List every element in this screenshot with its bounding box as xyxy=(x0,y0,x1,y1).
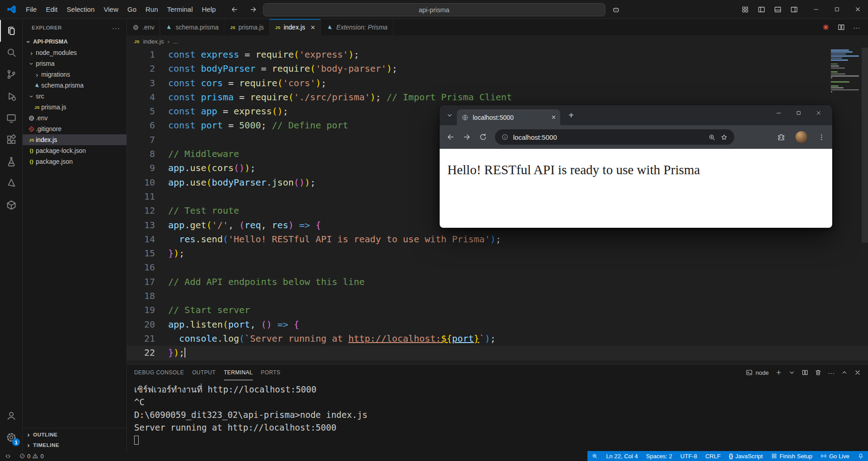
tree-item-package-lock-json[interactable]: {}package-lock.json xyxy=(23,145,126,156)
tab-env[interactable]: .env xyxy=(127,19,160,35)
remote-indicator[interactable] xyxy=(0,451,15,461)
problems-indicator[interactable]: 0 0 xyxy=(15,451,47,461)
extensions-puzzle-icon[interactable] xyxy=(777,133,786,142)
back-button[interactable] xyxy=(228,3,241,16)
minimap[interactable] xyxy=(831,49,860,93)
panel-more-icon[interactable]: ··· xyxy=(825,367,837,378)
close-icon[interactable]: × xyxy=(310,24,315,31)
status-spaces-2[interactable]: Spaces: 2 xyxy=(642,451,676,461)
status-javascript[interactable]: {}JavaScript xyxy=(725,451,767,461)
tree-item-prisma-js[interactable]: JSprisma.js xyxy=(23,102,126,113)
panel-tab-terminal[interactable]: TERMINAL xyxy=(224,365,253,380)
new-tab-icon[interactable]: + xyxy=(565,109,577,122)
source-control-button[interactable] xyxy=(0,64,22,85)
toggle-sidebar-icon[interactable] xyxy=(755,3,768,16)
menu-selection[interactable]: Selection xyxy=(62,3,99,16)
tab-schema-prisma[interactable]: schema.prisma xyxy=(160,19,224,35)
browser-minimize-button[interactable] xyxy=(769,105,789,121)
status-utf-8[interactable]: UTF-8 xyxy=(676,451,701,461)
status-zoom[interactable] xyxy=(587,451,602,461)
tree-item-package-json[interactable]: {}package.json xyxy=(23,156,126,167)
maximize-panel-icon[interactable] xyxy=(839,367,850,378)
scrollbar-thumb[interactable] xyxy=(862,48,868,243)
address-bar[interactable]: localhost:5000 xyxy=(495,129,734,145)
menu-run[interactable]: Run xyxy=(141,3,163,16)
editor-more-actions-icon[interactable]: ··· xyxy=(850,20,863,34)
explorer-button[interactable] xyxy=(0,20,22,42)
status-crlf[interactable]: CRLF xyxy=(701,451,725,461)
terminal-output[interactable]: เซิร์ฟเวอร์ทำงานที่ http://localhost:500… xyxy=(127,380,868,451)
breadcrumb[interactable]: JS index.js › ... xyxy=(127,35,868,48)
toggle-panel-icon[interactable] xyxy=(771,3,785,16)
menu-view[interactable]: View xyxy=(99,3,123,16)
close-panel-icon[interactable] xyxy=(852,367,863,378)
panel-tab-output[interactable]: OUTPUT xyxy=(192,365,216,380)
browser-forward-icon[interactable] xyxy=(462,132,471,142)
explorer-actions-icon[interactable]: ··· xyxy=(112,24,120,32)
minimize-button[interactable] xyxy=(805,0,826,19)
close-button[interactable] xyxy=(847,0,868,19)
forward-button[interactable] xyxy=(247,3,260,16)
terminal-profile-button[interactable]: node xyxy=(743,369,771,376)
run-extension-icon[interactable] xyxy=(819,20,833,34)
status-go-live[interactable]: Go Live xyxy=(816,451,853,461)
search-button[interactable] xyxy=(0,42,22,64)
browser-close-button[interactable] xyxy=(809,105,829,121)
tree-item-src[interactable]: ›src xyxy=(23,91,126,102)
tree-item-node-modules[interactable]: ›node_modules xyxy=(23,47,126,58)
sidebar-section-outline[interactable]: ›OUTLINE xyxy=(23,429,126,440)
extensions-button[interactable] xyxy=(0,129,22,151)
menu-edit[interactable]: Edit xyxy=(41,3,62,16)
docker-button[interactable] xyxy=(0,194,22,216)
tree-item-prisma[interactable]: ›prisma xyxy=(23,58,126,69)
tree-item-schema-prisma[interactable]: schema.prisma xyxy=(23,80,126,91)
panel-tab-debug-console[interactable]: DEBUG CONSOLE xyxy=(134,365,184,380)
browser-tab[interactable]: localhost:5000 × xyxy=(457,109,560,125)
browser-maximize-button[interactable] xyxy=(789,105,809,121)
menu-help[interactable]: Help xyxy=(197,3,220,16)
status-bell[interactable] xyxy=(853,451,868,461)
menu-file[interactable]: File xyxy=(21,3,41,16)
customize-layout-icon[interactable] xyxy=(738,3,752,16)
sidebar-section-timeline[interactable]: ›TIMELINE xyxy=(23,440,126,450)
command-center[interactable]: api-prisma xyxy=(263,3,605,16)
browser-menu-icon[interactable] xyxy=(817,133,826,142)
testing-button[interactable] xyxy=(0,151,22,172)
menu-go[interactable]: Go xyxy=(123,3,141,16)
terminal-dropdown-icon[interactable] xyxy=(786,367,798,378)
split-editor-icon[interactable] xyxy=(834,20,848,34)
profile-avatar[interactable] xyxy=(795,131,807,143)
settings-button[interactable]: 1 xyxy=(0,427,22,448)
browser-reload-icon[interactable] xyxy=(479,132,488,142)
prisma-extension-button[interactable] xyxy=(0,172,22,194)
split-terminal-icon[interactable] xyxy=(799,367,811,378)
tree-item-gitignore[interactable]: .gitignore xyxy=(23,123,126,134)
tree-item-env[interactable]: .env xyxy=(23,113,126,123)
browser-window[interactable]: localhost:5000 × + localhost:5000 xyxy=(440,105,832,228)
close-tab-icon[interactable]: × xyxy=(552,113,556,122)
site-info-icon[interactable] xyxy=(501,133,509,141)
project-root[interactable]: › API-PRISMA xyxy=(23,36,126,47)
panel-tab-ports[interactable]: PORTS xyxy=(261,365,281,380)
menu-terminal[interactable]: Terminal xyxy=(163,3,198,16)
editor-scrollbar[interactable] xyxy=(862,48,868,364)
maximize-button[interactable] xyxy=(826,0,847,19)
status-ln-22-col-4[interactable]: Ln 22, Col 4 xyxy=(602,451,642,461)
new-terminal-icon[interactable] xyxy=(773,367,785,378)
tree-item-migrations[interactable]: ›migrations xyxy=(23,69,126,80)
bookmark-star-icon[interactable] xyxy=(720,133,728,141)
tree-item-index-js[interactable]: JSindex.js xyxy=(23,134,126,145)
browser-back-icon[interactable] xyxy=(446,132,455,142)
toggle-secondary-sidebar-icon[interactable] xyxy=(787,3,801,16)
run-debug-button[interactable] xyxy=(0,85,22,107)
status-finish-setup[interactable]: Finish Setup xyxy=(767,451,816,461)
remote-explorer-button[interactable] xyxy=(0,107,22,129)
zoom-indicator-icon[interactable] xyxy=(708,133,716,141)
tab-index-js[interactable]: JSindex.js× xyxy=(270,19,321,35)
copilot-icon[interactable] xyxy=(609,3,623,17)
tab-prisma-js[interactable]: JSprisma.js xyxy=(224,19,270,35)
accounts-button[interactable] xyxy=(0,405,22,427)
tab-search-icon[interactable] xyxy=(443,109,456,122)
tab-extension-prisma[interactable]: Extension: Prisma xyxy=(321,19,393,35)
kill-terminal-icon[interactable] xyxy=(812,367,824,378)
